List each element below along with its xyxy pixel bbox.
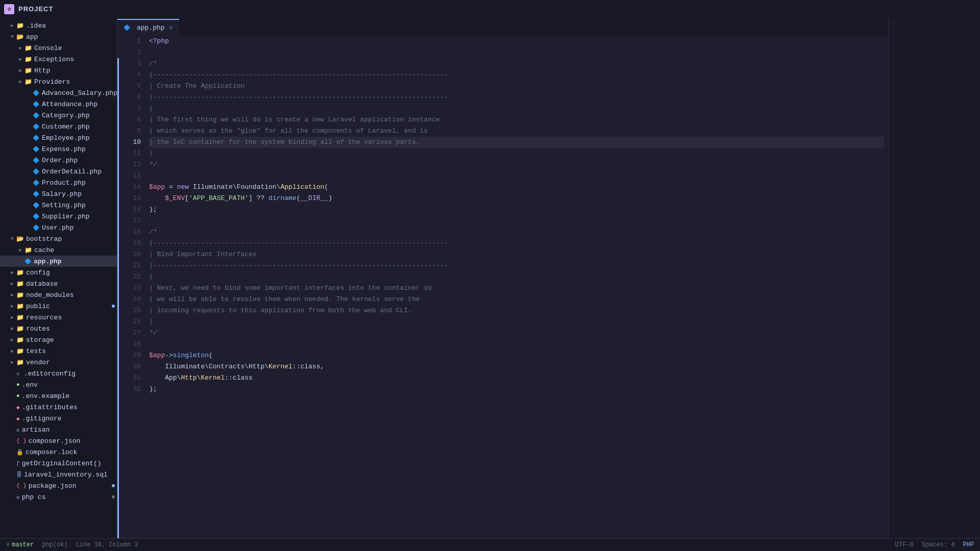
language-label[interactable]: PHP [963,541,974,548]
line-num-23: 23 [119,283,141,294]
code-line-22: | [149,271,884,283]
code-line-13 [149,170,884,182]
sidebar-item-get-original[interactable]: ▶ ƒ getOriginalContent() [0,458,117,469]
sidebar-item-expense[interactable]: ▶ 🔷 Expense.php [0,143,117,155]
chevron-icon: ▶ [8,291,16,299]
code-line-2 [149,47,884,58]
line-num-16: 16 [119,204,141,215]
git-icon: ◆ [16,415,20,422]
sidebar-item-gitignore[interactable]: ▶ ◆ .gitignore [0,413,117,424]
sidebar-item-composer-json[interactable]: ▶ { } composer.json [0,435,117,446]
line-num-15: 15 [119,193,141,204]
line-num-30: 30 [119,361,141,372]
sidebar-item-composer-lock[interactable]: ▶ 🔒 composer.lock [0,446,117,458]
folder-icon: 📁 [24,44,32,52]
sidebar-item-user[interactable]: ▶ 🔷 User.php [0,222,117,233]
code-line-31: App\Http\Kernel::class [149,372,884,384]
sidebar-item-label: Console [34,44,62,52]
folder-icon: 📁 [16,347,24,355]
sidebar-item-storage[interactable]: ▶ 📁 storage [0,334,117,345]
sidebar-item-supplier[interactable]: ▶ 🔷 Supplier.php [0,211,117,222]
sidebar-item-env-example[interactable]: ▶ ● .env.example [0,390,117,402]
file-icon: ◇ [16,427,20,433]
sidebar-item-node-modules[interactable]: ▶ 📁 node_modules [0,289,117,300]
php-icon: 🔷 [33,157,40,164]
sidebar-item-label: Customer.php [42,123,90,131]
sidebar-item-orderdetail[interactable]: ▶ 🔷 OrderDetail.php [0,166,117,177]
code-line-11: | [149,148,884,159]
sidebar-item-attendance[interactable]: ▶ 🔷 Attendance.php [0,98,117,110]
sidebar-item-env[interactable]: ▶ ● .env [0,379,117,390]
chevron-icon: ▶ [8,313,16,321]
sidebar-item-app[interactable]: ▼ 📂 app [0,31,117,42]
sidebar-item-app-php[interactable]: ▶ 🔷 app.php [0,256,117,267]
php-icon: 🔷 [33,180,40,186]
php-icon: 🔷 [33,202,40,209]
status-bar: ⑂ master php(ok) Line 10, Column 2 UTF-8… [0,538,980,551]
tab-close-button[interactable]: × [169,24,173,32]
encoding-label[interactable]: UTF-8 [895,541,914,548]
sidebar-item-artisan[interactable]: ▶ ◇ artisan [0,424,117,435]
php-icon: 🔷 [33,213,40,220]
git-branch[interactable]: ⑂ master [6,541,34,548]
sidebar-item-employee[interactable]: ▶ 🔷 Employee.php [0,132,117,143]
sidebar-item-cache[interactable]: ▶ 📁 cache [0,244,117,256]
sidebar-item-gitattributes[interactable]: ▶ ◆ .gitattributes [0,402,117,413]
folder-icon: 📁 [16,314,24,321]
sidebar-item-idea[interactable]: ▶ 📁 .idea [0,20,117,31]
sidebar-item-php-cs[interactable]: ▶ ◇ php cs [0,491,117,503]
sidebar-item-label: config [26,269,50,277]
line-num-22: 22 [119,271,141,283]
sidebar-item-resources[interactable]: ▶ 📁 resources [0,312,117,323]
sidebar-item-label: public [26,303,50,310]
sidebar-item-advanced-salary[interactable]: ▶ 🔷 Advanced_Salary.php [0,87,117,98]
sidebar-item-salary[interactable]: ▶ 🔷 Salary.php [0,188,117,199]
sidebar-item-routes[interactable]: ▶ 📁 routes [0,323,117,334]
sidebar-item-customer[interactable]: ▶ 🔷 Customer.php [0,121,117,132]
sidebar-item-http[interactable]: ▶ 📁 Http [0,65,117,76]
tab-bar: 🔷 app.php × [117,18,888,36]
code-line-21: |---------------------------------------… [149,260,884,271]
folder-icon: 📁 [24,56,32,63]
sidebar-item-bootstrap[interactable]: ▼ 📂 bootstrap [0,233,117,244]
sidebar-item-vendor[interactable]: ▶ 📁 vendor [0,357,117,368]
sidebar-item-editorconfig[interactable]: ▶ ⚙ .editorconfig [0,368,117,379]
sidebar-item-providers[interactable]: ▶ 📁 Providers [0,76,117,87]
sidebar-item-exceptions[interactable]: ▶ 📁 Exceptions [0,54,117,65]
sidebar-item-label: Exceptions [34,56,74,63]
sidebar-item-laravel-inventory[interactable]: ▶ 🗄 laravel_inventory.sql [0,469,117,480]
sidebar-item-package-json[interactable]: ▶ { } package.json [0,480,117,491]
line-numbers: 1 2 3 4 5 6 7 8 9 10 11 12 13 14 15 16 1… [119,36,145,538]
sidebar-item-product[interactable]: ▶ 🔷 Product.php [0,177,117,188]
sidebar-item-label: storage [26,336,54,344]
sidebar-item-setting[interactable]: ▶ 🔷 Setting.php [0,199,117,211]
sidebar-item-label: Supplier.php [42,213,90,220]
sidebar-item-tests[interactable]: ▶ 📁 tests [0,345,117,357]
chevron-icon: ▶ [8,324,16,333]
code-line-25: | incoming requests to this application … [149,305,884,316]
func-icon: ƒ [16,460,20,466]
sidebar-item-category[interactable]: ▶ 🔷 Category.php [0,110,117,121]
code-content[interactable]: <?php /* |------------------------------… [145,36,888,538]
sidebar-item-label: Http [34,67,50,74]
sidebar-item-database[interactable]: ▶ 📁 database [0,278,117,289]
sidebar-item-label: bootstrap [26,235,62,243]
sidebar-item-label: Advanced_Salary.php [42,89,117,97]
spaces-label[interactable]: Spaces: 4 [922,541,955,548]
line-num-28: 28 [119,339,141,350]
chevron-icon: ▼ [8,235,16,243]
code-line-5: | Create The Application [149,81,884,92]
chevron-icon: ▼ [8,33,16,41]
folder-icon: 📁 [16,325,24,333]
sidebar-item-config[interactable]: ▶ 📁 config [0,267,117,278]
line-num-24: 24 [119,294,141,305]
env-icon: ● [16,382,20,388]
sidebar-item-console[interactable]: ▶ 📁 Console [0,42,117,54]
cursor-position: Line 10, Column 2 [76,541,138,548]
tab-app-php[interactable]: 🔷 app.php × [117,19,179,36]
sidebar-item-order[interactable]: ▶ 🔷 Order.php [0,155,117,166]
php-icon: ◇ [16,494,20,500]
dot-indicator [112,495,115,498]
php-icon: 🔷 [33,135,40,141]
sidebar-item-public[interactable]: ▶ 📁 public [0,300,117,312]
